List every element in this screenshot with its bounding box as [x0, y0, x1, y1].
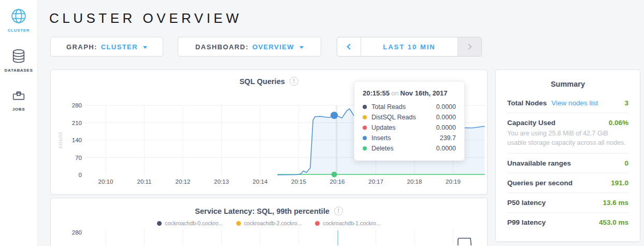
x-axis-tick-label: 20:14	[253, 179, 268, 185]
total-nodes-value: 3	[624, 99, 628, 107]
sidebar-item-databases[interactable]: DATABASES	[5, 48, 33, 73]
sidebar-item-label: JOBS	[12, 107, 25, 112]
latency-series-line	[458, 238, 471, 245]
time-prev-button[interactable]	[337, 37, 361, 56]
chevron-down-icon	[143, 46, 147, 49]
capacity-used-value: 0.06%	[609, 119, 628, 127]
summary-row-unavailable-ranges: Unavailable ranges 0	[507, 154, 628, 173]
chevron-right-icon	[466, 44, 471, 49]
y-axis-tick-label: 280	[72, 102, 82, 108]
time-range-value[interactable]: LAST 10 MIN	[361, 37, 457, 56]
summary-row-p99: P99 latency 453.0 ms	[507, 213, 628, 232]
summary-row-qps: Queries per second 191.0	[507, 173, 628, 193]
dashboard-dropdown[interactable]: DASHBOARD: OVERVIEW	[178, 37, 321, 57]
service-latency-panel: Service Latency: SQL, 99th percentile ! …	[50, 198, 488, 246]
p50-latency-value: 13.6 ms	[603, 199, 628, 207]
y-axis-tick-label: 0	[79, 172, 82, 178]
globe-icon	[10, 7, 27, 25]
chart-hover-tooltip: 20:15:55onNov 16th, 2017 Total Reads 0.0…	[354, 81, 465, 161]
series-dot-icon	[363, 146, 367, 151]
tooltip-row: Inserts 239.7	[363, 133, 456, 143]
cluster-overview-screen: CLUSTER DATABASES JOBS	[0, 0, 644, 246]
jobs-icon	[11, 88, 26, 104]
x-axis-tick-label: 20:18	[407, 179, 422, 185]
summary-title: Summary	[496, 70, 640, 88]
series-dot-icon	[363, 126, 367, 130]
x-axis-tick-label: 20:11	[137, 179, 152, 185]
graph-dropdown-value: CLUSTER	[101, 43, 138, 51]
series-dot-icon	[363, 136, 367, 140]
time-next-button[interactable]	[457, 37, 481, 56]
summary-row-p50: P50 latency 13.6 ms	[507, 193, 628, 213]
series-dot-icon	[363, 115, 367, 119]
page-title: CLUSTER OVERVIEW	[49, 10, 242, 26]
x-axis-tick-label: 20:12	[176, 179, 191, 185]
y-axis-tick-label: 280	[72, 229, 82, 236]
deletes-hover-dot	[332, 172, 337, 177]
databases-icon	[11, 48, 26, 65]
unavailable-ranges-value: 0	[624, 159, 628, 167]
x-axis-tick-label: 20:19	[446, 179, 461, 185]
sidebar-item-label: DATABASES	[5, 68, 33, 73]
series-dot-icon	[363, 105, 367, 109]
y-axis-label: count	[57, 132, 63, 148]
graph-dropdown-label: GRAPH:	[66, 43, 97, 51]
sidebar: CLUSTER DATABASES JOBS	[0, 0, 38, 246]
y-axis-tick-label: 70	[75, 155, 82, 161]
sidebar-item-jobs[interactable]: JOBS	[11, 88, 26, 112]
x-axis-tick-label: 20:13	[214, 179, 229, 185]
x-axis-tick-label: 20:17	[368, 179, 383, 185]
tooltip-row: Total Reads 0.0000	[363, 102, 456, 112]
x-axis-tick-label: 20:10	[98, 179, 113, 185]
x-axis-tick-label: 20:15	[291, 179, 306, 185]
p99-latency-value: 453.0 ms	[599, 218, 628, 226]
summary-row-total-nodes: Total Nodes View nodes list 3	[507, 93, 628, 113]
tooltip-row: DistSQL Reads 0.0000	[363, 112, 456, 122]
summary-panel: Summary Total Nodes View nodes list 3 Ca…	[495, 70, 640, 242]
tooltip-row: Deletes 0.0000	[363, 143, 456, 154]
chevron-left-icon	[347, 44, 352, 49]
sidebar-item-label: CLUSTER	[8, 28, 30, 33]
y-axis-tick-label: 140	[72, 137, 82, 143]
inserts-hover-dot	[331, 112, 338, 119]
graph-dropdown[interactable]: GRAPH: CLUSTER	[50, 37, 163, 57]
y-axis-tick-label: 210	[72, 120, 82, 126]
dashboard-dropdown-label: DASHBOARD:	[195, 43, 249, 51]
summary-row-capacity: Capacity Used 0.06% You are using 25.8 M…	[507, 113, 628, 154]
view-nodes-list-link[interactable]: View nodes list	[551, 99, 598, 107]
capacity-subtext: You are using 25.8 MiB of 42.7 GiB usabl…	[507, 129, 628, 147]
tooltip-row: Updates 0.0000	[363, 122, 456, 133]
time-range-widget: LAST 10 MIN	[337, 37, 482, 57]
sidebar-item-cluster[interactable]: CLUSTER	[8, 7, 30, 33]
service-latency-plot[interactable]: 280	[51, 197, 488, 245]
tooltip-timestamp: 20:15:55onNov 16th, 2017	[363, 89, 456, 97]
dashboard-dropdown-value: OVERVIEW	[252, 43, 294, 51]
chevron-down-icon	[299, 46, 304, 49]
x-axis-tick-label: 20:16	[330, 179, 345, 185]
qps-value: 191.0	[611, 179, 628, 187]
